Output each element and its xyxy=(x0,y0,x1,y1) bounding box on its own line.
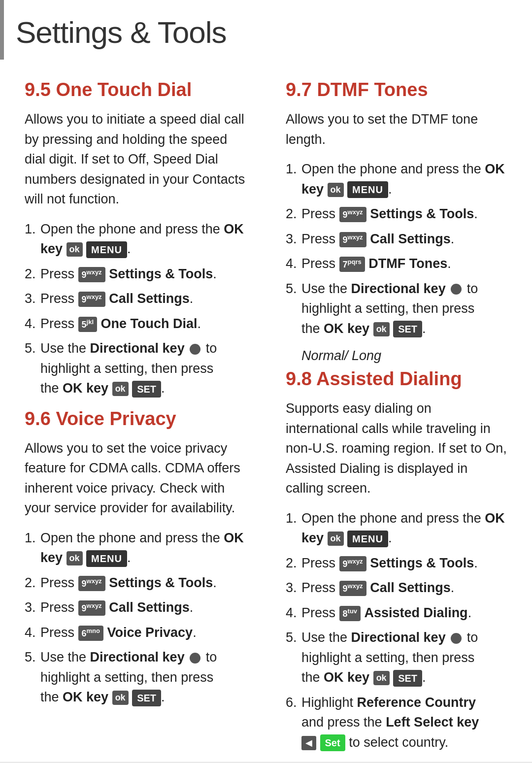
num-badge-dtmf9wxyz: 9wxyz xyxy=(339,207,366,222)
ok-badge-ad1: ok xyxy=(328,531,344,546)
step-96-2: 2. Press 9wxyz Settings & Tools. xyxy=(25,573,246,593)
num-badge-vp9wxyz: 9wxyz xyxy=(78,576,105,591)
left-select-icon: ◀ xyxy=(301,736,316,750)
step-95-1: 1. Open the phone and press the OK key o… xyxy=(25,219,246,259)
num-badge-ad9wxyz-2: 9wxyz xyxy=(339,581,366,596)
section-assisted-dialing: 9.8 Assisted Dialing Supports easy diali… xyxy=(286,368,507,752)
section-one-touch-dial: 9.5 One Touch Dial Allows you to initiat… xyxy=(25,79,246,399)
set-badge-ad: SET xyxy=(393,670,422,687)
step-96-4: 4. Press 6mno Voice Privacy. xyxy=(25,623,246,643)
step-96-5: 5. Use the Directional key tohighlight a… xyxy=(25,647,246,707)
dtmf-note: Normal/ Long xyxy=(301,348,507,364)
step-95-5: 5. Use the Directional key tohighlight a… xyxy=(25,338,246,399)
num-badge-ad9wxyz: 9wxyz xyxy=(339,556,366,571)
page-wrapper: Settings & Tools 9.5 One Touch Dial Allo… xyxy=(0,0,532,764)
menu-badge: MENU xyxy=(86,241,127,258)
ok-badge-dtmf5: ok xyxy=(373,322,390,336)
set-badge-vp: SET xyxy=(132,690,161,706)
ok-badge-vp1: ok xyxy=(66,551,83,565)
menu-badge-dtmf1: MENU xyxy=(347,181,388,198)
step-98-6: 6. Highlight Reference Countryand press … xyxy=(286,693,507,753)
main-columns: 9.5 One Touch Dial Allows you to initiat… xyxy=(0,74,532,762)
section-96-body: Allows you to set the voice privacy feat… xyxy=(25,438,246,518)
section-dtmf-tones: 9.7 DTMF Tones Allows you to set the DTM… xyxy=(286,79,507,364)
section-voice-privacy: 9.6 Voice Privacy Allows you to set the … xyxy=(25,408,246,707)
section-95-body: Allows you to initiate a speed dial call… xyxy=(25,109,246,209)
step-97-1: 1. Open the phone and press the OK key o… xyxy=(286,159,507,199)
set-badge: SET xyxy=(132,381,161,398)
page-footer: 74 LG | REVERE3 xyxy=(0,762,532,764)
ok-badge-dtmf1: ok xyxy=(328,183,344,197)
set-badge-dtmf: SET xyxy=(393,321,422,337)
step-97-2: 2. Press 9wxyz Settings & Tools. xyxy=(286,204,507,224)
menu-badge-vp1: MENU xyxy=(86,550,127,567)
num-badge-dtmf7pqrs: 7pqrs xyxy=(339,257,365,272)
step-98-1: 1. Open the phone and press the OK key o… xyxy=(286,508,507,548)
num-badge-vp6mno: 6mno xyxy=(78,626,103,641)
ok-badge-vp5: ok xyxy=(112,691,129,705)
section-heading-95: 9.5 One Touch Dial xyxy=(25,79,246,100)
num-badge-ad8tuv: 8tuv xyxy=(339,606,361,621)
menu-badge-ad1: MENU xyxy=(347,531,388,547)
section-95-steps: 1. Open the phone and press the OK key o… xyxy=(25,219,246,399)
directional-key-icon-dtmf xyxy=(451,284,462,295)
section-heading-97: 9.7 DTMF Tones xyxy=(286,79,507,100)
directional-key-icon xyxy=(190,344,200,355)
step-98-4: 4. Press 8tuv Assisted Dialing. xyxy=(286,603,507,623)
page-header: Settings & Tools xyxy=(0,0,532,60)
num-badge-9wxyz-2: 9wxyz xyxy=(78,292,105,307)
directional-key-icon-vp xyxy=(190,653,200,664)
step-95-3: 3. Press 9wxyz Call Settings. xyxy=(25,289,246,309)
section-heading-98: 9.8 Assisted Dialing xyxy=(286,368,507,390)
step-98-3: 3. Press 9wxyz Call Settings. xyxy=(286,578,507,598)
num-badge-vp9wxyz-2: 9wxyz xyxy=(78,600,105,616)
section-98-body: Supports easy dialing on international c… xyxy=(286,399,507,498)
step-98-5: 5. Use the Directional key tohighlight a… xyxy=(286,628,507,688)
ok-badge-ad5: ok xyxy=(373,671,390,685)
right-column: 9.7 DTMF Tones Allows you to set the DTM… xyxy=(276,74,507,762)
step-96-3: 3. Press 9wxyz Call Settings. xyxy=(25,598,246,618)
step-95-4: 4. Press 5jkl One Touch Dial. xyxy=(25,314,246,334)
ok-badge: ok xyxy=(66,242,83,257)
num-badge-9wxyz: 9wxyz xyxy=(78,267,105,282)
ok-badge-2: ok xyxy=(112,382,129,396)
num-badge-5jkl: 5jkl xyxy=(78,317,97,332)
page-title: Settings & Tools xyxy=(16,0,226,60)
section-96-steps: 1. Open the phone and press the OK key o… xyxy=(25,528,246,707)
step-98-2: 2. Press 9wxyz Settings & Tools. xyxy=(286,553,507,573)
directional-key-icon-ad xyxy=(451,633,462,644)
section-heading-96: 9.6 Voice Privacy xyxy=(25,408,246,430)
section-97-body: Allows you to set the DTMF tone length. xyxy=(286,109,507,149)
section-97-steps: 1. Open the phone and press the OK key o… xyxy=(286,159,507,338)
step-97-4: 4. Press 7pqrs DTMF Tones. xyxy=(286,254,507,274)
header-bar xyxy=(0,0,4,60)
step-96-1: 1. Open the phone and press the OK key o… xyxy=(25,528,246,568)
num-badge-dtmf9wxyz-2: 9wxyz xyxy=(339,232,366,247)
set-green-badge: Set xyxy=(320,734,345,751)
step-97-3: 3. Press 9wxyz Call Settings. xyxy=(286,229,507,249)
step-97-5: 5. Use the Directional key tohighlight a… xyxy=(286,279,507,339)
left-column: 9.5 One Touch Dial Allows you to initiat… xyxy=(25,74,256,762)
section-98-steps: 1. Open the phone and press the OK key o… xyxy=(286,508,507,753)
step-95-2: 2. Press 9wxyz Settings & Tools. xyxy=(25,264,246,284)
